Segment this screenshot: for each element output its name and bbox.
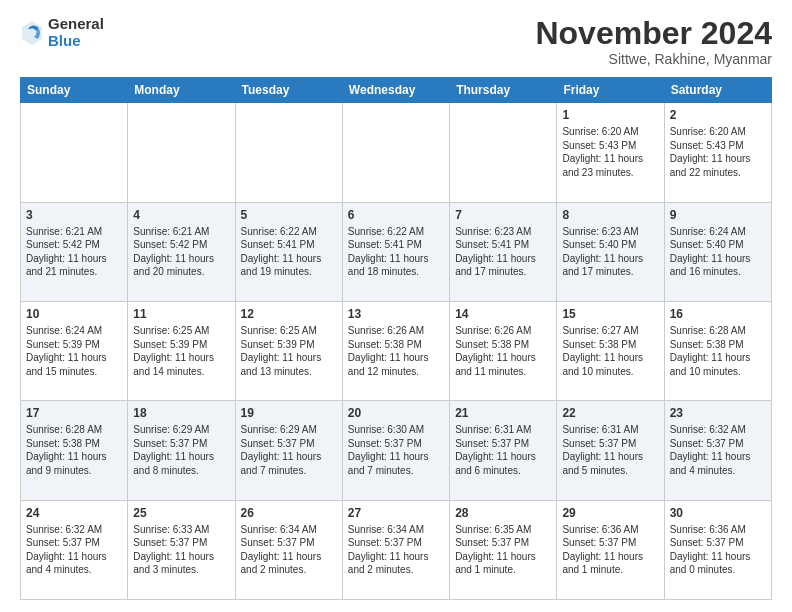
day-number: 15 [562,306,658,322]
sunrise-text: Sunrise: 6:31 AM [455,424,531,435]
sunset-text: Sunset: 5:38 PM [455,339,529,350]
calendar-table: Sunday Monday Tuesday Wednesday Thursday… [20,77,772,600]
daylight-text: Daylight: 11 hours and 11 minutes. [455,352,536,377]
sunrise-text: Sunrise: 6:22 AM [348,226,424,237]
header-sunday: Sunday [21,78,128,103]
sunrise-text: Sunrise: 6:32 AM [26,524,102,535]
daylight-text: Daylight: 11 hours and 16 minutes. [670,253,751,278]
day-number: 5 [241,207,337,223]
sunset-text: Sunset: 5:37 PM [26,537,100,548]
daylight-text: Daylight: 11 hours and 12 minutes. [348,352,429,377]
sunset-text: Sunset: 5:37 PM [133,537,207,548]
sunrise-text: Sunrise: 6:29 AM [133,424,209,435]
table-row: 19Sunrise: 6:29 AMSunset: 5:37 PMDayligh… [235,401,342,500]
table-row: 5Sunrise: 6:22 AMSunset: 5:41 PMDaylight… [235,202,342,301]
sunrise-text: Sunrise: 6:25 AM [133,325,209,336]
day-number: 26 [241,505,337,521]
sunrise-text: Sunrise: 6:35 AM [455,524,531,535]
sunrise-text: Sunrise: 6:28 AM [26,424,102,435]
day-number: 8 [562,207,658,223]
sunrise-text: Sunrise: 6:24 AM [670,226,746,237]
table-row: 6Sunrise: 6:22 AMSunset: 5:41 PMDaylight… [342,202,449,301]
sunrise-text: Sunrise: 6:24 AM [26,325,102,336]
day-number: 20 [348,405,444,421]
day-number: 29 [562,505,658,521]
daylight-text: Daylight: 11 hours and 10 minutes. [670,352,751,377]
sunset-text: Sunset: 5:39 PM [26,339,100,350]
sunset-text: Sunset: 5:38 PM [348,339,422,350]
daylight-text: Daylight: 11 hours and 8 minutes. [133,451,214,476]
day-number: 22 [562,405,658,421]
sunset-text: Sunset: 5:37 PM [133,438,207,449]
sunrise-text: Sunrise: 6:23 AM [455,226,531,237]
day-number: 1 [562,107,658,123]
logo-text: General Blue [48,16,104,49]
table-row: 26Sunrise: 6:34 AMSunset: 5:37 PMDayligh… [235,500,342,599]
daylight-text: Daylight: 11 hours and 2 minutes. [241,551,322,576]
daylight-text: Daylight: 11 hours and 0 minutes. [670,551,751,576]
logo-blue-text: Blue [48,33,104,50]
daylight-text: Daylight: 11 hours and 17 minutes. [455,253,536,278]
table-row: 8Sunrise: 6:23 AMSunset: 5:40 PMDaylight… [557,202,664,301]
daylight-text: Daylight: 11 hours and 4 minutes. [670,451,751,476]
day-number: 13 [348,306,444,322]
header-wednesday: Wednesday [342,78,449,103]
table-row [128,103,235,202]
table-row: 15Sunrise: 6:27 AMSunset: 5:38 PMDayligh… [557,301,664,400]
sunrise-text: Sunrise: 6:23 AM [562,226,638,237]
day-number: 27 [348,505,444,521]
daylight-text: Daylight: 11 hours and 1 minute. [455,551,536,576]
sunset-text: Sunset: 5:39 PM [241,339,315,350]
table-row: 12Sunrise: 6:25 AMSunset: 5:39 PMDayligh… [235,301,342,400]
day-number: 4 [133,207,229,223]
daylight-text: Daylight: 11 hours and 18 minutes. [348,253,429,278]
daylight-text: Daylight: 11 hours and 22 minutes. [670,153,751,178]
table-row: 27Sunrise: 6:34 AMSunset: 5:37 PMDayligh… [342,500,449,599]
sunrise-text: Sunrise: 6:20 AM [562,126,638,137]
table-row [235,103,342,202]
sunrise-text: Sunrise: 6:33 AM [133,524,209,535]
sunset-text: Sunset: 5:37 PM [670,438,744,449]
day-number: 2 [670,107,766,123]
header-saturday: Saturday [664,78,771,103]
calendar-week-row: 17Sunrise: 6:28 AMSunset: 5:38 PMDayligh… [21,401,772,500]
day-number: 21 [455,405,551,421]
sunrise-text: Sunrise: 6:22 AM [241,226,317,237]
day-number: 6 [348,207,444,223]
sunrise-text: Sunrise: 6:20 AM [670,126,746,137]
daylight-text: Daylight: 11 hours and 15 minutes. [26,352,107,377]
daylight-text: Daylight: 11 hours and 13 minutes. [241,352,322,377]
table-row: 14Sunrise: 6:26 AMSunset: 5:38 PMDayligh… [450,301,557,400]
sunrise-text: Sunrise: 6:27 AM [562,325,638,336]
day-number: 25 [133,505,229,521]
sunset-text: Sunset: 5:37 PM [562,438,636,449]
day-number: 23 [670,405,766,421]
sunrise-text: Sunrise: 6:29 AM [241,424,317,435]
day-number: 11 [133,306,229,322]
sunset-text: Sunset: 5:42 PM [133,239,207,250]
daylight-text: Daylight: 11 hours and 9 minutes. [26,451,107,476]
sunset-text: Sunset: 5:41 PM [455,239,529,250]
sunset-text: Sunset: 5:37 PM [455,438,529,449]
table-row: 11Sunrise: 6:25 AMSunset: 5:39 PMDayligh… [128,301,235,400]
sunset-text: Sunset: 5:37 PM [241,537,315,548]
day-number: 18 [133,405,229,421]
calendar-week-row: 1Sunrise: 6:20 AMSunset: 5:43 PMDaylight… [21,103,772,202]
sunset-text: Sunset: 5:38 PM [670,339,744,350]
sunrise-text: Sunrise: 6:34 AM [241,524,317,535]
table-row: 28Sunrise: 6:35 AMSunset: 5:37 PMDayligh… [450,500,557,599]
table-row: 1Sunrise: 6:20 AMSunset: 5:43 PMDaylight… [557,103,664,202]
sunset-text: Sunset: 5:38 PM [26,438,100,449]
daylight-text: Daylight: 11 hours and 14 minutes. [133,352,214,377]
table-row: 13Sunrise: 6:26 AMSunset: 5:38 PMDayligh… [342,301,449,400]
table-row: 23Sunrise: 6:32 AMSunset: 5:37 PMDayligh… [664,401,771,500]
table-row: 25Sunrise: 6:33 AMSunset: 5:37 PMDayligh… [128,500,235,599]
sunrise-text: Sunrise: 6:26 AM [455,325,531,336]
table-row: 2Sunrise: 6:20 AMSunset: 5:43 PMDaylight… [664,103,771,202]
daylight-text: Daylight: 11 hours and 7 minutes. [348,451,429,476]
logo-icon [20,19,44,47]
table-row: 3Sunrise: 6:21 AMSunset: 5:42 PMDaylight… [21,202,128,301]
daylight-text: Daylight: 11 hours and 21 minutes. [26,253,107,278]
table-row [450,103,557,202]
sunset-text: Sunset: 5:37 PM [348,537,422,548]
